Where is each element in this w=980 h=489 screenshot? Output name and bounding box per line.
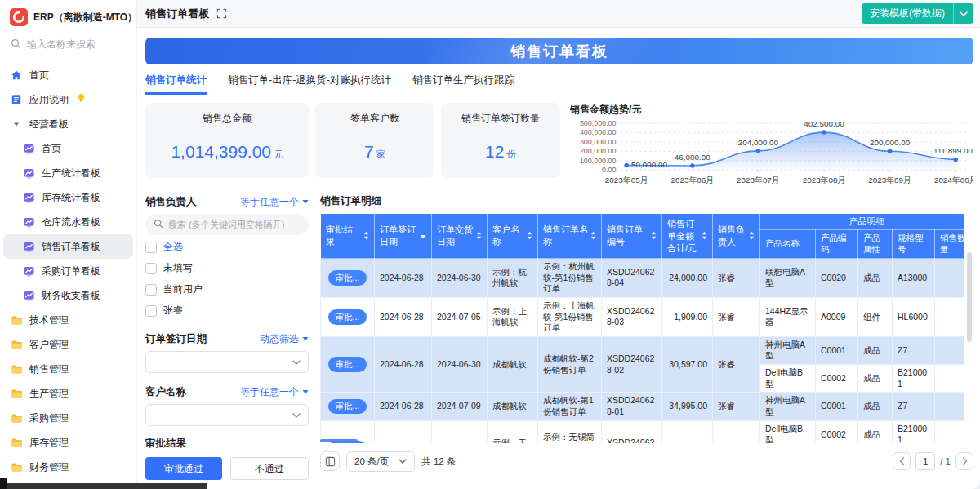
next-page-button[interactable] [956,452,973,470]
column-header-7[interactable]: 销售负责人 [713,214,760,259]
checkbox-icon[interactable] [145,242,157,253]
approval-option-pass[interactable]: 审批通过 [145,457,222,480]
sidebar-item-label: 销售订单看板 [42,240,100,254]
sidebar-item-board[interactable]: 生产统计看板 [0,161,136,185]
product-column-header-3[interactable]: 规格型号 [893,230,935,259]
checkbox-icon[interactable] [145,263,157,274]
app-window: ERP（离散制造-MTO） « 输入名称来搜索 首页应用说明经营看板首页生产统计… [0,0,980,489]
owner-option-1[interactable]: 未填写 [145,259,309,278]
column-header-5[interactable]: 销售订单编号 [602,214,662,259]
approval-status-button[interactable]: 审批... [328,309,368,325]
sidebar-folder-item[interactable]: 销售管理 [0,357,136,381]
checkbox-icon[interactable] [145,305,157,317]
sidebar-item-home[interactable]: 首页 [0,63,136,87]
tab-1[interactable]: 销售订单-出库-退换货-对账执行统计 [228,73,391,95]
page-title: 销售订单看板 [145,7,209,21]
sort-icon[interactable] [363,231,369,242]
approval-status-button[interactable]: 审批... [328,270,368,286]
sort-icon[interactable] [702,231,707,242]
sign-date-select[interactable] [145,351,309,373]
sidebar-folder-item[interactable]: 财务管理 [0,455,136,479]
prev-page-button[interactable] [893,452,911,470]
customer-select[interactable] [145,404,309,426]
sort-icon[interactable] [749,231,755,242]
stat-card-1: 签单客户数7家 [315,103,434,178]
svg-text:2023年07月: 2023年07月 [737,176,780,184]
column-header-2[interactable]: 订单交货日期 [432,214,488,259]
fullscreen-icon[interactable] [216,8,227,19]
approval-option-fail[interactable]: 不通过 [230,457,309,480]
current-page-input[interactable]: 1 [915,452,935,470]
owner-option-0[interactable]: 全选 [145,238,309,256]
svg-text:204,000.00: 204,000.00 [738,138,779,147]
sidebar-folder-item[interactable]: 采购管理 [0,406,136,430]
checkbox-label: 未填写 [163,261,193,275]
sidebar-item-app-guide[interactable]: 应用说明 [0,87,136,112]
stat-unit: 元 [274,149,283,159]
sidebar-item-board[interactable]: 仓库流水看板 [0,210,136,234]
sidebar-folder-item[interactable]: 客户管理 [0,332,136,357]
checkbox-label: 全选 [163,240,183,254]
horizontal-scrollbar[interactable] [320,439,358,442]
svg-text:100,000.00: 100,000.00 [580,157,616,165]
column-header-6[interactable]: 销售订单金额合计/元 [662,214,713,259]
owner-option-3[interactable]: 张睿 [145,301,309,320]
owner-option-2[interactable]: 当前用户 [145,280,309,299]
tab-0[interactable]: 销售订单统计 [145,73,207,95]
column-header-0[interactable]: 审批结果 [321,214,375,259]
dashboard-icon [22,216,35,229]
owner-search-input[interactable]: 搜索 (多个关键词用空格隔开) [145,214,309,235]
svg-text:500,000.00: 500,000.00 [580,119,616,127]
column-header-3[interactable]: 客户名称 [488,214,538,259]
svg-text:2023年06月: 2023年06月 [670,176,714,184]
table-wrapper: 审批结果订单签订日期订单交货日期客户名称销售订单名称销售订单编号销售订单金额合计… [320,213,973,443]
sidebar-item-sales-order-board-active[interactable]: 销售订单看板 [3,234,133,259]
vertical-scrollbar[interactable] [967,252,972,342]
folder-icon [10,340,23,350]
sidebar-folder-item[interactable]: 生产管理 [0,381,136,406]
sort-desc-icon[interactable] [420,231,426,241]
top-bar: 销售订单看板 安装模板(带数据) [137,0,980,28]
sign-date-operator-dropdown[interactable]: 动态筛选 [260,332,309,346]
sort-icon[interactable] [527,231,532,242]
stat-number: 7 [364,142,374,161]
dashboard-icon [22,192,35,204]
product-group-header: 产品明细 [760,214,964,230]
svg-text:46,000.00: 46,000.00 [675,153,710,162]
column-header-1[interactable]: 订单签订日期 [375,214,432,259]
table-row: 审批...2024-06-282024-07-09成都帆软成都帆软-第1份销售订… [321,393,964,420]
sort-icon[interactable] [590,231,596,242]
sidebar-item-label: 仓库流水看板 [42,216,100,229]
trend-chart: 销售金额趋势/元 0.00100,000.00200,000.00300,000… [570,103,973,188]
owner-filter-label: 销售负责人 [145,195,197,209]
search-icon [154,219,163,230]
approval-status-button[interactable]: 审批... [328,399,368,415]
sidebar-folder-item[interactable]: 库存管理 [0,430,136,455]
owner-operator-dropdown[interactable]: 等于任意一个 [240,195,309,209]
sort-icon[interactable] [651,231,657,242]
sidebar-folder-item[interactable]: 技术管理 [0,308,136,332]
sidebar-search-input[interactable]: 输入名称来搜索 [0,34,136,60]
product-column-header-4[interactable]: 销售数量 [935,230,964,259]
customer-operator-dropdown[interactable]: 等于任意一个 [240,385,309,399]
caret-down-icon [10,120,23,128]
sidebar-item-board[interactable]: 财务收支看板 [0,283,136,308]
chevron-down-icon[interactable] [954,11,973,16]
sidebar-group-business-boards[interactable]: 经营看板 [0,112,136,136]
product-column-header-0[interactable]: 产品名称 [760,230,816,259]
tab-2[interactable]: 销售订单生产执行跟踪 [412,73,514,95]
sidebar-item-board[interactable]: 库存统计看板 [0,185,136,210]
sidebar-folder-label: 客户管理 [29,338,69,352]
checkbox-icon[interactable] [145,284,157,296]
sort-icon[interactable] [476,231,482,242]
column-header-4[interactable]: 销售订单名称 [538,214,602,259]
column-settings-button[interactable] [320,451,340,471]
page-size-select[interactable]: 20 条/页 [346,451,415,472]
product-column-header-2[interactable]: 产品属性 [858,230,893,259]
sidebar-item-board[interactable]: 采购订单看板 [0,259,136,283]
approval-status-button[interactable]: 审批... [328,357,368,372]
product-column-header-1[interactable]: 产品编码 [816,230,858,259]
sidebar-item-board[interactable]: 首页 [0,136,136,161]
dashboard-banner: 销售订单看板 [145,38,973,64]
install-template-button[interactable]: 安装模板(带数据) [862,3,973,24]
